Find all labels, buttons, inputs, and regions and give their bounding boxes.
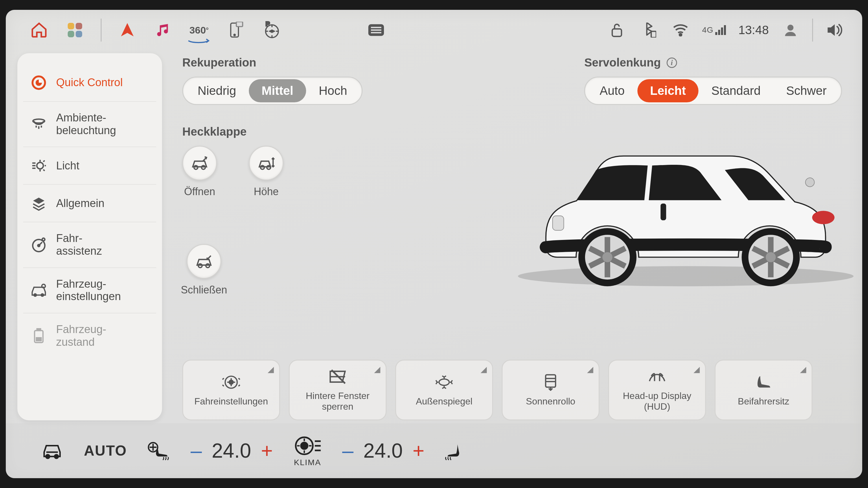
svg-rect-33	[36, 338, 41, 340]
camera-360-icon[interactable]: 360°	[189, 20, 209, 40]
rekuperation-section: Rekuperation Niedrig Mittel Hoch	[182, 56, 363, 105]
trunk-open-button[interactable]	[182, 146, 217, 181]
servo-option-auto[interactable]: Auto	[587, 79, 637, 102]
phone-icon[interactable]	[225, 20, 245, 40]
temp-left-value: 24.0	[212, 439, 251, 462]
unlock-icon[interactable]	[607, 20, 627, 40]
sidebar-item-vehicle-settings[interactable]: Fahrzeug- einstellungen	[23, 268, 156, 314]
servolenkung-title: Servolenkung	[584, 56, 661, 69]
sidebar-item-label: Licht	[56, 160, 79, 172]
trunk-close-button[interactable]	[187, 244, 221, 279]
separator	[101, 19, 101, 42]
svg-rect-10	[371, 27, 381, 28]
rekuperation-option-low[interactable]: Niedrig	[185, 79, 249, 102]
servo-option-standard[interactable]: Standard	[699, 79, 773, 102]
temp-left: – 24.0 +	[191, 439, 273, 462]
trunk-open-label: Öffnen	[184, 186, 215, 198]
car-settings-icon	[30, 282, 48, 299]
tile-label: Außenspiegel	[416, 396, 472, 407]
expand-icon: ◢	[800, 364, 806, 374]
sidebar-item-general[interactable]: Allgemein	[23, 185, 156, 222]
home-icon[interactable]	[29, 20, 49, 40]
servo-option-heavy[interactable]: Schwer	[773, 79, 839, 102]
svg-rect-17	[718, 30, 720, 35]
temp-left-plus[interactable]: +	[261, 439, 273, 462]
climate-auto-label[interactable]: AUTO	[84, 442, 127, 459]
sidebar-item-label: Fahrzeug- zustand	[56, 323, 106, 348]
tile-sunblind[interactable]: ◢ Sonnenrollo	[502, 360, 599, 420]
sidebar-item-vehicle-status[interactable]: Fahrzeug- zustand	[23, 314, 156, 358]
klima-button[interactable]: KLIMA	[293, 434, 322, 467]
svg-rect-48	[553, 216, 564, 230]
tile-passenger-seat[interactable]: ◢ Beifahrersitz	[715, 360, 812, 420]
svg-rect-5	[237, 22, 243, 27]
list-icon[interactable]	[366, 20, 386, 40]
svg-point-38	[198, 264, 202, 268]
svg-rect-2	[68, 31, 74, 38]
sidebar-item-assist[interactable]: Fahr- assistenz	[23, 222, 156, 268]
svg-point-50	[806, 178, 814, 187]
svg-point-40	[518, 266, 854, 287]
tile-label: Beifahrersitz	[738, 396, 789, 407]
tile-label: Sonnenrollo	[526, 396, 576, 407]
temp-right-value: 24.0	[363, 439, 403, 462]
music-icon[interactable]	[153, 20, 173, 40]
svg-point-26	[38, 245, 40, 247]
sidebar-item-label: Quick Control	[56, 76, 123, 89]
seat-heat-right-icon[interactable]	[445, 439, 468, 462]
svg-point-28	[34, 294, 36, 296]
sidebar-item-label: Fahr- assistenz	[56, 232, 102, 257]
temp-right-plus[interactable]: +	[412, 439, 425, 462]
temp-left-minus[interactable]: –	[191, 439, 202, 462]
trunk-height-button[interactable]	[249, 146, 283, 181]
rekuperation-option-high[interactable]: Hoch	[306, 79, 360, 102]
tile-rear-window-lock[interactable]: ◢ Hintere Fenster sperren	[289, 360, 386, 420]
tile-drive-settings[interactable]: ◢ Fahreinstellungen	[182, 360, 280, 420]
sidebar-item-quick-control[interactable]: Quick Control	[23, 64, 156, 102]
profile-icon[interactable]	[780, 20, 801, 40]
ambient-light-icon	[30, 116, 48, 133]
svg-point-52	[229, 380, 233, 384]
svg-rect-18	[721, 28, 723, 35]
tile-hud[interactable]: ◢ Head-up Display (HUD)	[608, 360, 706, 420]
tile-label: Fahreinstellungen	[194, 396, 268, 407]
servolenkung-selector: Auto Leicht Standard Schwer	[584, 76, 842, 105]
svg-rect-13	[612, 29, 621, 36]
svg-point-34	[194, 166, 198, 169]
svg-point-55	[46, 455, 50, 458]
navigation-icon[interactable]	[117, 20, 137, 40]
svg-point-58	[301, 443, 308, 449]
sidebar-item-label: Allgemein	[56, 197, 104, 210]
expand-icon: ◢	[480, 364, 487, 374]
expand-icon: ◢	[374, 364, 380, 374]
svg-point-37	[267, 166, 271, 169]
svg-rect-12	[371, 32, 381, 34]
volume-icon[interactable]	[825, 20, 845, 40]
park-assist-icon[interactable]: P	[261, 20, 281, 40]
svg-point-53	[439, 379, 450, 385]
apps-icon[interactable]	[65, 20, 85, 40]
tile-mirrors[interactable]: ◢ Außenspiegel	[395, 360, 493, 420]
sidebar-item-ambient[interactable]: Ambiente- beleuchtung	[23, 102, 156, 147]
svg-rect-1	[76, 23, 83, 30]
sidebar-item-light[interactable]: Licht	[23, 147, 156, 185]
info-icon[interactable]: i	[666, 58, 677, 68]
svg-rect-19	[724, 25, 726, 35]
bluetooth-icon[interactable]	[639, 20, 659, 40]
rekuperation-option-mid[interactable]: Mittel	[249, 79, 306, 102]
rekuperation-selector: Niedrig Mittel Hoch	[182, 76, 363, 105]
clock: 13:48	[738, 23, 769, 37]
wifi-icon[interactable]	[671, 20, 691, 40]
svg-point-47	[812, 211, 834, 224]
sidebar-item-label: Fahrzeug- einstellungen	[56, 278, 121, 303]
svg-point-39	[206, 264, 210, 268]
car-front-icon[interactable]	[40, 439, 64, 462]
temp-right-minus[interactable]: –	[342, 439, 353, 462]
vehicle-image	[509, 120, 862, 287]
svg-rect-16	[715, 32, 717, 35]
svg-point-15	[679, 34, 681, 36]
servo-option-light[interactable]: Leicht	[638, 79, 699, 102]
climate-bar: AUTO – 24.0 + KLIMA – 24.0 +	[6, 423, 862, 478]
seat-heat-left-icon[interactable]	[147, 439, 170, 462]
quick-control-icon	[30, 74, 48, 91]
